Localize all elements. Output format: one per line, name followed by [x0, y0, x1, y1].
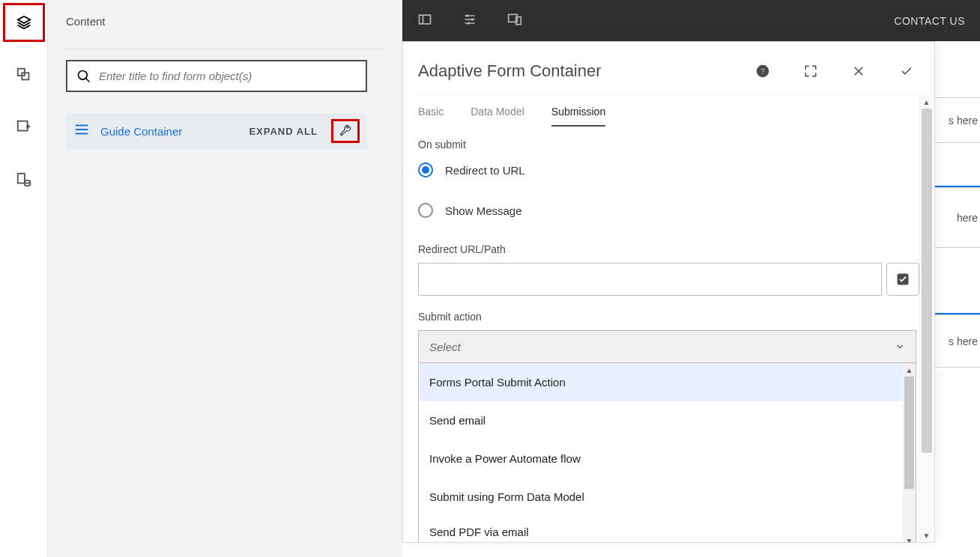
canvas-drop-hints: s here here s here	[935, 97, 980, 412]
toolbar-emulator[interactable]	[507, 12, 522, 30]
radio-indicator	[418, 203, 433, 218]
tab-data-model[interactable]: Data Model	[471, 106, 524, 127]
dropdown-option[interactable]: Send PDF via email	[419, 516, 916, 542]
drop-hint	[935, 247, 980, 314]
on-submit-label: On submit	[418, 139, 919, 150]
drop-hint	[935, 367, 980, 412]
dialog-title: Adaptive Form Container	[418, 61, 750, 81]
dropdown-option[interactable]: Send email	[419, 401, 916, 439]
scroll-thumb[interactable]	[904, 377, 914, 489]
dropdown-scrollbar[interactable]: ▲ ▼	[903, 363, 916, 542]
rail-data-sources[interactable]	[3, 160, 45, 199]
scroll-thumb[interactable]	[922, 109, 932, 453]
redirect-url-label: Redirect URL/Path	[418, 243, 919, 255]
dialog-scrollbar[interactable]: ▲ ▼	[919, 95, 933, 542]
assets-icon	[16, 67, 32, 83]
layers-icon	[16, 14, 32, 31]
radio-label: Show Message	[445, 204, 522, 217]
select-placeholder: Select	[429, 341, 895, 353]
tab-submission[interactable]: Submission	[551, 106, 605, 127]
datasource-icon	[16, 171, 32, 188]
svg-point-7	[466, 14, 468, 16]
sliders-icon	[462, 12, 477, 27]
drop-hint: s here	[935, 314, 980, 367]
search-icon	[76, 69, 91, 84]
search-input[interactable]	[99, 70, 357, 82]
radio-redirect-url[interactable]: Redirect to URL	[418, 162, 919, 177]
redirect-url-input[interactable]	[418, 263, 882, 296]
rail-content-tree[interactable]	[3, 3, 45, 42]
add-panel-icon	[16, 119, 32, 136]
tree-item-label: Guide Container	[100, 125, 238, 138]
cancel-button[interactable]	[846, 58, 871, 84]
toolbar-page-settings[interactable]	[462, 12, 477, 30]
container-icon	[73, 121, 90, 141]
svg-rect-6	[420, 15, 431, 24]
search-input-wrap[interactable]	[66, 60, 367, 92]
dropdown-option[interactable]: Submit using Form Data Model	[419, 478, 916, 516]
panel-icon	[417, 12, 432, 27]
radio-label: Redirect to URL	[445, 164, 525, 177]
submit-action-label: Submit action	[418, 311, 919, 323]
drop-hint: s here	[935, 97, 980, 142]
properties-dialog: Adaptive Form Container ? Basic Data Mod…	[402, 41, 935, 543]
svg-text:?: ?	[760, 67, 765, 76]
fullscreen-icon	[804, 64, 817, 78]
submit-action-select[interactable]: Select	[418, 330, 916, 363]
check-icon	[900, 64, 913, 78]
tab-basic[interactable]: Basic	[418, 106, 444, 127]
side-panel-title: Content	[66, 15, 384, 28]
rail-assets[interactable]	[3, 55, 45, 94]
expand-all-button[interactable]: EXPAND ALL	[249, 126, 318, 137]
svg-point-4	[24, 180, 29, 183]
close-icon	[852, 64, 865, 78]
svg-point-9	[468, 22, 470, 24]
scroll-up-icon: ▲	[903, 363, 916, 377]
wrench-icon	[339, 124, 352, 138]
path-picker-button[interactable]	[886, 263, 919, 296]
done-button[interactable]	[894, 58, 919, 84]
configure-button[interactable]	[331, 119, 360, 143]
dropdown-option[interactable]: Forms Portal Submit Action	[419, 363, 916, 401]
rail-components[interactable]	[3, 108, 45, 147]
scroll-down-icon: ▼	[903, 534, 916, 542]
scroll-up-icon: ▲	[920, 95, 933, 109]
svg-point-8	[471, 18, 474, 20]
toolbar-side-panel-toggle[interactable]	[417, 12, 432, 30]
contact-us-link[interactable]: CONTACT US	[894, 15, 965, 27]
radio-indicator	[418, 162, 433, 177]
scroll-down-icon: ▼	[920, 529, 933, 542]
help-icon: ?	[756, 64, 769, 78]
dropdown-option[interactable]: Invoke a Power Automate flow	[419, 439, 916, 478]
svg-rect-2	[17, 121, 27, 131]
submit-action-dropdown: Forms Portal Submit Action Send email In…	[418, 363, 916, 542]
drop-hint	[935, 142, 980, 187]
drop-hint: here	[935, 187, 980, 247]
divider	[66, 49, 384, 49]
help-button[interactable]: ?	[750, 58, 775, 84]
devices-icon	[507, 12, 522, 27]
chevron-down-icon	[895, 341, 905, 352]
fullscreen-button[interactable]	[798, 58, 823, 84]
checkbox-checked-icon	[895, 272, 910, 287]
radio-show-message[interactable]: Show Message	[418, 203, 919, 218]
svg-rect-3	[17, 174, 24, 183]
tree-item-guide-container[interactable]: Guide Container EXPAND ALL	[66, 113, 367, 149]
svg-point-5	[79, 70, 88, 79]
